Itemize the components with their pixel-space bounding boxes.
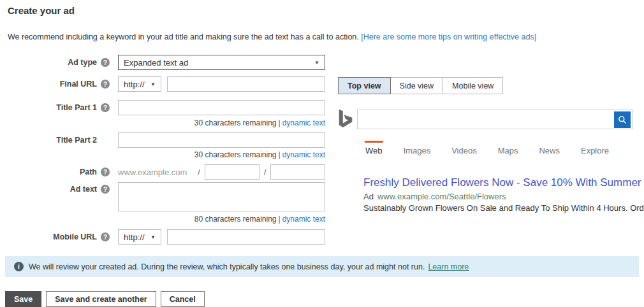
title-part-1-label: Title Part 1 xyxy=(56,103,97,112)
final-url-scheme-value: http:// xyxy=(124,80,145,89)
ad-text-counter: 80 characters remaining|dynamic text xyxy=(118,215,325,224)
final-url-row: Final URL ? http:// ▼ xyxy=(0,76,325,92)
title-part-1-row: Title Part 1 ? xyxy=(0,100,325,115)
help-icon[interactable]: ? xyxy=(101,185,110,194)
title-part-2-label: Title Part 2 xyxy=(56,136,97,145)
ad-type-select[interactable]: Expanded text ad ▼ xyxy=(118,55,325,70)
ad-display-url: www.example.com/Seattle/Flowers xyxy=(377,192,506,201)
help-icon[interactable]: ? xyxy=(101,168,110,176)
ad-text-label-cell: Ad text ? xyxy=(0,182,110,194)
counter-text: 30 characters remaining xyxy=(194,118,277,127)
ad-text-row: Ad text ? xyxy=(0,182,325,211)
ad-preview: Freshly Delivered Flowers Now - Save 10%… xyxy=(363,176,644,213)
tab-side-view[interactable]: Side view xyxy=(390,77,444,94)
final-url-label-cell: Final URL ? xyxy=(0,76,110,89)
chevron-down-icon: ▼ xyxy=(150,234,156,240)
learn-more-link[interactable]: Learn more xyxy=(428,262,469,271)
path-separator: / xyxy=(264,168,267,177)
title-part-2-label-cell: Title Part 2 xyxy=(0,132,110,145)
intro-copy: We recommend including a keyword in your… xyxy=(8,32,359,41)
path-row: Path ? www.example.com / / xyxy=(0,164,325,180)
mobile-url-scheme-select[interactable]: http:// ▼ xyxy=(118,229,161,245)
dynamic-text-link[interactable]: dynamic text xyxy=(282,215,325,224)
serp-nav-images: Images xyxy=(404,146,431,155)
path-label-cell: Path ? xyxy=(0,164,110,176)
final-url-label: Final URL xyxy=(60,80,97,89)
ad-preview-description: Sustainably Grown Flowers On Sale and Re… xyxy=(363,203,644,213)
search-icon xyxy=(618,115,627,125)
ad-badge: Ad xyxy=(363,192,374,201)
banner-text: We will review your created ad. During t… xyxy=(29,262,425,271)
title-part-2-input[interactable] xyxy=(118,132,325,148)
ad-type-label-cell: Ad type ? xyxy=(0,55,110,67)
mobile-url-input[interactable] xyxy=(167,229,325,245)
serp-nav-news: News xyxy=(539,146,560,155)
mobile-url-label-cell: Mobile URL ? xyxy=(0,229,110,241)
cancel-button[interactable]: Cancel xyxy=(161,291,205,307)
page-title: Create your ad xyxy=(8,5,75,16)
action-buttons: Save Save and create another Cancel xyxy=(5,291,205,307)
tab-label: Mobile view xyxy=(452,82,494,90)
final-url-input[interactable] xyxy=(167,76,325,92)
preview-view-tabs: Top view Side view Mobile view xyxy=(338,77,503,94)
counter-text: 30 characters remaining xyxy=(194,150,277,159)
ad-text-label: Ad text xyxy=(70,185,97,194)
preview-serp-nav: Web Images Videos Maps News Explore xyxy=(365,146,609,155)
review-banner: i We will review your created ad. During… xyxy=(5,256,639,277)
tab-label: Side view xyxy=(400,82,434,90)
help-icon[interactable]: ? xyxy=(101,80,110,89)
search-button xyxy=(614,111,631,128)
mobile-url-label: Mobile URL xyxy=(53,232,97,241)
mobile-url-scheme-value: http:// xyxy=(124,232,145,242)
title-part-1-counter: 30 characters remaining|dynamic text xyxy=(118,118,325,127)
help-icon[interactable]: ? xyxy=(101,58,110,67)
serp-nav-web: Web xyxy=(365,146,383,155)
dynamic-text-link[interactable]: dynamic text xyxy=(282,150,325,159)
counter-text: 80 characters remaining xyxy=(194,215,277,224)
serp-nav-videos: Videos xyxy=(451,146,477,155)
title-part-2-counter: 30 characters remaining|dynamic text xyxy=(118,150,325,159)
preview-search-input xyxy=(358,110,614,129)
serp-nav-explore: Explore xyxy=(581,146,609,155)
ad-type-value: Expanded text ad xyxy=(124,58,188,68)
final-url-scheme-select[interactable]: http:// ▼ xyxy=(118,76,161,92)
separator: | xyxy=(279,215,281,224)
separator: | xyxy=(279,150,281,159)
tab-mobile-view[interactable]: Mobile view xyxy=(443,77,503,94)
bing-logo-icon xyxy=(337,109,355,132)
path-separator: / xyxy=(198,168,200,177)
chevron-down-icon: ▼ xyxy=(150,82,156,87)
save-button[interactable]: Save xyxy=(5,291,41,307)
mobile-url-row: Mobile URL ? http:// ▼ xyxy=(0,229,325,245)
serp-nav-maps: Maps xyxy=(498,146,518,155)
path-domain: www.example.com xyxy=(118,168,193,177)
tab-top-view[interactable]: Top view xyxy=(338,77,391,94)
title-part-2-row: Title Part 2 xyxy=(0,132,325,148)
title-part-1-input[interactable] xyxy=(118,100,325,115)
path-2-input[interactable] xyxy=(270,164,325,180)
ad-preview-title: Freshly Delivered Flowers Now - Save 10%… xyxy=(363,176,644,189)
help-icon[interactable]: ? xyxy=(101,103,110,112)
tab-label: Top view xyxy=(348,82,381,90)
intro-text: We recommend including a keyword in your… xyxy=(8,32,536,41)
path-label: Path xyxy=(80,168,97,176)
ad-type-row: Ad type ? Expanded text ad ▼ xyxy=(0,55,325,70)
create-ad-page: Create your ad We recommend including a … xyxy=(0,0,644,307)
dynamic-text-link[interactable]: dynamic text xyxy=(282,118,325,127)
ad-preview-url-line: Adwww.example.com/Seattle/Flowers xyxy=(363,192,644,201)
help-icon[interactable]: ? xyxy=(101,232,110,241)
chevron-down-icon: ▼ xyxy=(314,60,319,66)
separator: | xyxy=(279,118,281,127)
ad-text-input[interactable] xyxy=(118,182,325,211)
path-1-input[interactable] xyxy=(205,164,260,180)
title-part-1-label-cell: Title Part 1 ? xyxy=(0,100,110,112)
writing-tips-link[interactable]: [Here are some more tips on writing effe… xyxy=(361,32,536,41)
preview-search-bar xyxy=(357,110,633,129)
save-and-create-another-button[interactable]: Save and create another xyxy=(46,291,156,307)
ad-type-label: Ad type xyxy=(68,58,97,67)
info-icon: i xyxy=(14,262,24,271)
